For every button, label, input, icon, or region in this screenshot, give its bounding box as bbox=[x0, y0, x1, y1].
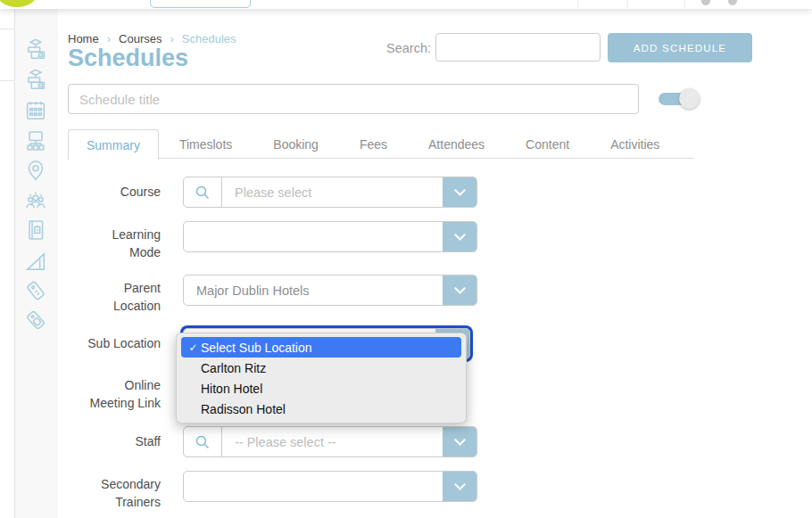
secondary-trainers-dropdown-button[interactable] bbox=[443, 472, 476, 501]
menu-option-hiton-hotel[interactable]: Hiton Hotel bbox=[177, 378, 466, 399]
search-icon bbox=[194, 184, 211, 201]
staff-search-cell bbox=[184, 427, 222, 456]
online-meeting-link-label: Online Meeting Link bbox=[71, 376, 161, 412]
sidebar-item-course-bundles-icon[interactable] bbox=[23, 68, 48, 93]
topbar-button[interactable] bbox=[150, 0, 251, 8]
breadcrumb-separator-icon: › bbox=[107, 32, 111, 45]
breadcrumb-home[interactable]: Home bbox=[68, 32, 99, 45]
learning-mode-dropdown-button[interactable] bbox=[443, 222, 476, 251]
breadcrumb-courses[interactable]: Courses bbox=[119, 32, 162, 45]
menu-option-select-sub-location[interactable]: Select Sub Location bbox=[181, 337, 461, 358]
menu-option-carlton-ritz[interactable]: Carlton Ritz bbox=[177, 358, 466, 378]
sub-location-label: Sub Location bbox=[71, 334, 161, 352]
tab-attendees[interactable]: Attendees bbox=[408, 129, 505, 160]
sidebar-item-location-pin-icon[interactable] bbox=[23, 158, 48, 183]
search-label: Search: bbox=[360, 41, 431, 55]
secondary-trainers-label: Secondary Trainers bbox=[71, 475, 161, 511]
sidebar-item-groups-icon[interactable] bbox=[23, 188, 48, 213]
chevron-down-icon bbox=[454, 229, 466, 241]
status-toggle[interactable] bbox=[659, 93, 700, 105]
staff-select bbox=[183, 426, 477, 457]
top-bar bbox=[0, 0, 812, 9]
tab-content[interactable]: Content bbox=[505, 129, 590, 160]
learning-mode-label: Learning Mode bbox=[71, 226, 161, 261]
search-input[interactable] bbox=[435, 33, 601, 62]
sidebar-rail bbox=[0, 9, 15, 518]
app-window: Home › Courses › Schedules Schedules Sea… bbox=[0, 0, 812, 518]
sidebar-item-hierarchy-icon[interactable] bbox=[23, 128, 48, 153]
parent-location-dropdown-button[interactable] bbox=[443, 275, 476, 305]
chevron-down-icon bbox=[454, 185, 466, 196]
parent-location-label: Parent Location bbox=[71, 279, 161, 315]
add-schedule-button[interactable]: ADD SCHEDULE bbox=[608, 33, 752, 62]
staff-dropdown-button[interactable] bbox=[443, 427, 476, 456]
sidebar-item-tags-icon[interactable] bbox=[23, 308, 48, 333]
notification-icon[interactable] bbox=[701, 0, 710, 5]
app-logo-icon bbox=[0, 0, 39, 7]
course-select bbox=[183, 177, 477, 208]
sidebar bbox=[0, 9, 58, 518]
sidebar-item-catalog-book-icon[interactable] bbox=[23, 218, 48, 243]
breadcrumb-schedules: Schedules bbox=[182, 32, 236, 45]
secondary-trainers-select[interactable] bbox=[183, 471, 477, 502]
menu-option-label: Select Sub Location bbox=[201, 341, 312, 355]
check-icon bbox=[186, 341, 201, 354]
sidebar-item-tag-icon[interactable] bbox=[23, 278, 48, 303]
topbar-divider bbox=[684, 0, 685, 8]
learning-mode-select[interactable] bbox=[183, 221, 477, 252]
course-input[interactable] bbox=[222, 177, 443, 207]
staff-label: Staff bbox=[71, 432, 161, 450]
rail-divider bbox=[0, 29, 15, 29]
topbar-divider bbox=[627, 0, 628, 8]
chevron-down-icon bbox=[454, 479, 466, 490]
chevron-down-icon bbox=[454, 434, 466, 446]
parent-location-value: Major Dublin Hotels bbox=[184, 275, 443, 305]
tab-summary[interactable]: Summary bbox=[68, 129, 159, 160]
sidebar-item-courses-icon[interactable] bbox=[23, 37, 48, 62]
tab-strip: Summary Timeslots Booking Fees Attendees… bbox=[68, 129, 680, 160]
menu-option-radisson-hotel[interactable]: Radisson Hotel bbox=[177, 399, 466, 419]
sidebar-item-calendar-icon[interactable] bbox=[23, 98, 48, 123]
tab-fees[interactable]: Fees bbox=[339, 129, 408, 160]
tab-activities[interactable]: Activities bbox=[590, 129, 680, 160]
schedule-title-input[interactable] bbox=[68, 84, 639, 114]
main-content: Home › Courses › Schedules Schedules Sea… bbox=[58, 9, 812, 518]
page-title: Schedules bbox=[68, 45, 188, 72]
chevron-down-icon bbox=[454, 283, 466, 294]
sidebar-item-reports-chart-icon[interactable] bbox=[23, 249, 48, 274]
secondary-trainers-value bbox=[184, 472, 443, 501]
topbar-divider bbox=[577, 0, 578, 8]
search-icon bbox=[194, 433, 211, 451]
breadcrumb: Home › Courses › Schedules bbox=[68, 32, 236, 45]
learning-mode-value bbox=[184, 222, 443, 251]
profile-icon[interactable] bbox=[728, 0, 737, 5]
rail-divider bbox=[0, 80, 15, 81]
course-search-cell bbox=[184, 177, 222, 207]
course-dropdown-button[interactable] bbox=[443, 177, 476, 207]
breadcrumb-separator-icon: › bbox=[170, 32, 173, 45]
toggle-knob bbox=[679, 88, 700, 109]
course-label: Course bbox=[71, 183, 161, 201]
parent-location-select[interactable]: Major Dublin Hotels bbox=[183, 275, 477, 306]
tab-booking[interactable]: Booking bbox=[253, 129, 339, 160]
staff-input[interactable] bbox=[222, 427, 443, 456]
tab-timeslots[interactable]: Timeslots bbox=[159, 129, 253, 160]
sub-location-open-menu: Select Sub Location Carlton Ritz Hiton H… bbox=[176, 333, 467, 423]
